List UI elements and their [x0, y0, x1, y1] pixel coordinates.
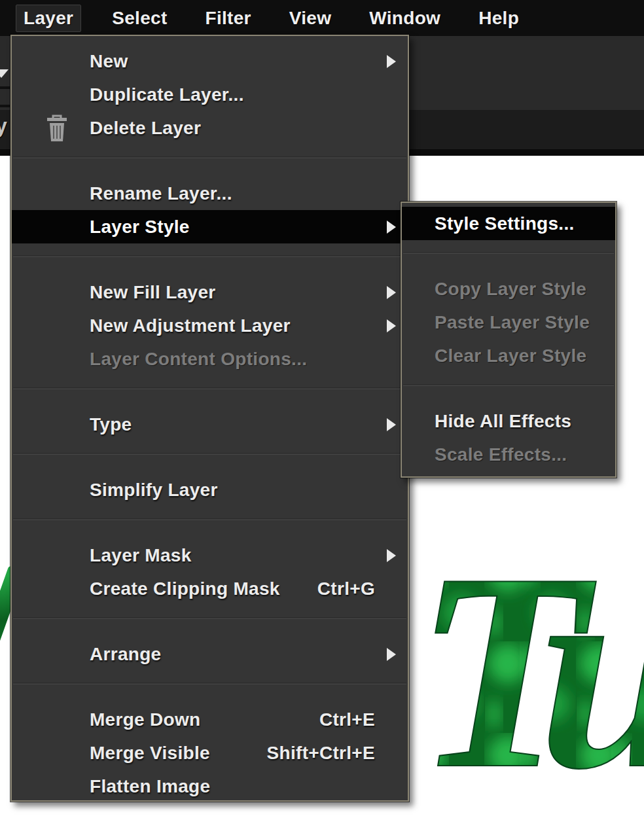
menu-separator	[13, 518, 406, 520]
menu-item-shortcut: Shift+Ctrl+E	[267, 743, 375, 764]
menubar-item-window[interactable]: Window	[362, 5, 448, 31]
layer-menu: NewDuplicate Layer...Delete LayerRename …	[10, 35, 409, 802]
menu-bar: LayerSelectFilterViewWindowHelp	[0, 0, 644, 36]
menu-item-label: New Adjustment Layer	[90, 315, 291, 336]
menu-item-label: Flatten Image	[90, 776, 210, 797]
menu-separator	[13, 453, 406, 455]
menubar-item-view[interactable]: View	[282, 5, 339, 31]
menu-item-label: Duplicate Layer...	[90, 84, 244, 105]
menu-item-hide-all-effects[interactable]: Hide All Effects	[402, 404, 615, 438]
menu-item-shortcut: Ctrl+G	[317, 578, 375, 599]
menubar-item-filter[interactable]: Filter	[198, 5, 259, 31]
menu-item-label: Style Settings...	[435, 213, 575, 234]
menu-item-label: Layer Content Options...	[90, 349, 307, 370]
menu-item-new-adjustment-layer[interactable]: New Adjustment Layer	[12, 309, 408, 342]
menu-item-rename-layer[interactable]: Rename Layer...	[12, 177, 408, 210]
menu-separator	[403, 384, 614, 386]
menu-item-label: Scale Effects...	[435, 444, 567, 465]
menu-item-label: Merge Down	[90, 709, 200, 730]
menu-item-label: Copy Layer Style	[435, 279, 586, 300]
menu-item-label: Merge Visible	[90, 743, 210, 764]
menu-item-label: Create Clipping Mask	[90, 578, 280, 599]
submenu-arrow-icon	[387, 221, 396, 234]
menu-item-type[interactable]: Type	[12, 408, 408, 441]
menu-separator	[403, 252, 614, 254]
menu-item-paste-layer-style: Paste Layer Style	[402, 306, 615, 339]
menu-item-layer-content-options: Layer Content Options...	[12, 342, 408, 376]
toolbar-text-fragment: y	[0, 114, 7, 138]
menu-item-shortcut: Ctrl+E	[319, 709, 375, 730]
menu-item-label: Simplify Layer	[90, 480, 218, 501]
menu-item-duplicate-layer[interactable]: Duplicate Layer...	[12, 78, 408, 111]
menu-item-label: Layer Mask	[90, 545, 192, 566]
menu-item-copy-layer-style: Copy Layer Style	[402, 272, 615, 306]
menu-item-label: Rename Layer...	[90, 183, 232, 204]
canvas-text: Tu	[415, 550, 644, 818]
menu-item-delete-layer[interactable]: Delete Layer	[12, 111, 408, 145]
menu-item-new-fill-layer[interactable]: New Fill Layer	[12, 276, 408, 309]
trash-icon	[45, 114, 69, 144]
menu-item-scale-effects: Scale Effects...	[402, 438, 615, 471]
menu-item-merge-visible[interactable]: Merge VisibleShift+Ctrl+E	[12, 736, 408, 770]
menu-item-label: Clear Layer Style	[435, 346, 586, 366]
layer-style-submenu: Style Settings...Copy Layer StylePaste L…	[401, 202, 617, 478]
menu-item-label: New Fill Layer	[90, 282, 216, 303]
menu-separator	[13, 255, 406, 257]
submenu-arrow-icon	[387, 648, 396, 661]
menu-item-create-clipping-mask[interactable]: Create Clipping MaskCtrl+G	[12, 572, 408, 605]
menu-item-layer-mask[interactable]: Layer Mask	[12, 539, 408, 572]
menu-item-label: New	[90, 51, 128, 72]
menu-item-label: Hide All Effects	[435, 411, 571, 432]
menu-item-merge-down[interactable]: Merge DownCtrl+E	[12, 703, 408, 736]
submenu-arrow-icon	[387, 55, 396, 68]
toolbar-fragment	[0, 105, 10, 107]
menu-item-label: Paste Layer Style	[435, 312, 590, 333]
menu-item-label: Delete Layer	[90, 118, 201, 139]
menu-separator	[13, 617, 406, 619]
menu-item-style-settings[interactable]: Style Settings...	[402, 207, 615, 240]
menubar-item-help[interactable]: Help	[471, 5, 526, 31]
menu-item-label: Type	[90, 414, 132, 435]
menubar-item-layer[interactable]: Layer	[16, 5, 81, 32]
menu-item-simplify-layer[interactable]: Simplify Layer	[12, 473, 408, 507]
chevron-down-icon	[0, 69, 9, 78]
menu-separator	[13, 387, 406, 389]
menu-item-new[interactable]: New	[12, 44, 408, 78]
menu-item-label: Arrange	[90, 644, 161, 665]
menu-item-label: Layer Style	[90, 217, 190, 238]
menu-item-layer-style[interactable]: Layer Style	[12, 210, 408, 243]
menubar-item-select[interactable]: Select	[105, 5, 174, 31]
menu-separator	[13, 683, 406, 685]
menu-separator	[13, 156, 406, 158]
canvas-artwork: Tu	[393, 550, 644, 818]
toolbar-fragment	[0, 86, 10, 89]
submenu-arrow-icon	[387, 549, 396, 562]
submenu-arrow-icon	[387, 319, 396, 332]
menu-item-arrange[interactable]: Arrange	[12, 637, 408, 671]
menu-item-clear-layer-style: Clear Layer Style	[402, 339, 615, 372]
submenu-arrow-icon	[387, 418, 396, 431]
submenu-arrow-icon	[387, 286, 396, 299]
menu-item-flatten-image[interactable]: Flatten Image	[12, 770, 408, 803]
